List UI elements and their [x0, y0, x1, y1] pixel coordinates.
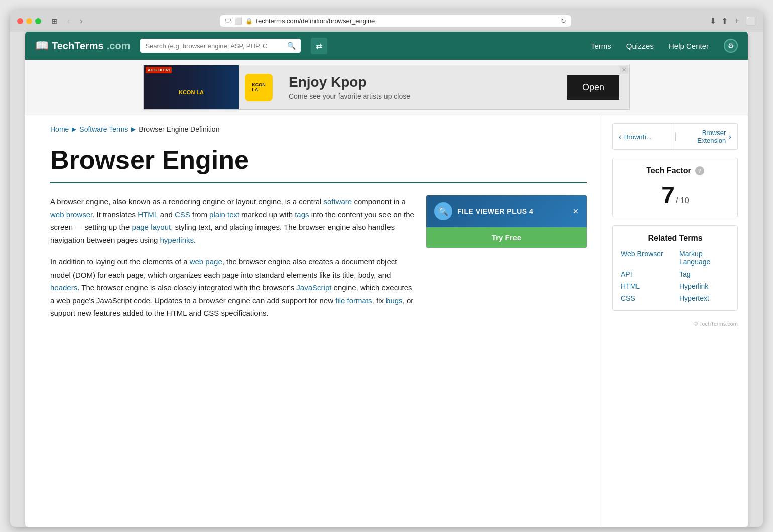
address-input[interactable]	[256, 17, 558, 25]
new-tab-button[interactable]: ＋	[733, 16, 741, 26]
search-icon: 🔍	[287, 42, 296, 50]
ad-banner[interactable]: ✕ AUG 18 FRI KCON LA KCONLA Enjoy Kpop C…	[143, 65, 630, 110]
address-bar[interactable]: 🛡 ⬜ 🔒 ↻	[220, 15, 571, 27]
traffic-lights	[17, 18, 41, 24]
ad-open-button[interactable]: Open	[567, 75, 619, 100]
search-bar: 🔍	[140, 39, 301, 53]
ad-image-left: AUG 18 FRI KCON LA	[144, 65, 239, 110]
article-paragraph-2: In addition to laying out the elements o…	[50, 255, 414, 320]
related-terms-box: Related Terms Web Browser Markup Languag…	[612, 225, 738, 311]
windows-button[interactable]: ⬜	[746, 16, 756, 26]
link-css[interactable]: CSS	[175, 210, 190, 219]
chevron-right-icon: ›	[729, 132, 731, 141]
related-term-hyperlink[interactable]: Hyperlink	[679, 282, 729, 290]
ad-subtitle: Come see your favorite artists up close	[289, 92, 557, 100]
link-page-layout[interactable]: page layout	[132, 223, 171, 231]
ad-kpop-scene: AUG 18 FRI KCON LA	[144, 65, 239, 110]
related-term-api[interactable]: API	[621, 270, 671, 278]
nav-separator: |	[671, 124, 679, 149]
share-button[interactable]: ⬆	[721, 16, 728, 26]
breadcrumb-sep-2: ▶	[131, 126, 136, 133]
related-term-css[interactable]: CSS	[621, 294, 671, 302]
nav-terms[interactable]: Terms	[591, 42, 611, 50]
tech-factor-help-button[interactable]: ?	[695, 166, 704, 175]
sidebar-toggle-button[interactable]: ⊞	[49, 16, 60, 27]
browser-titlebar: ⊞ ‹ › 🛡 ⬜ 🔒 ↻ ⬇ ⬆ ＋ ⬜	[10, 10, 763, 32]
ad-date-badge: AUG 18 FRI	[146, 67, 172, 73]
fv-try-free-button[interactable]: Try Free	[426, 227, 587, 248]
breadcrumb-current: Browser Engine Definition	[139, 125, 219, 134]
fv-close-button[interactable]: ✕	[573, 207, 579, 215]
article-divider	[50, 182, 587, 183]
fv-icon: 🔍	[434, 202, 452, 220]
related-term-tag[interactable]: Tag	[679, 270, 729, 278]
tech-factor-title: Tech Factor	[646, 166, 691, 175]
content-area: Home ▶ Software Terms ▶ Browser Engine D…	[25, 115, 602, 527]
link-web-browser[interactable]: web browser	[50, 210, 92, 219]
browser-actions: ⬇ ⬆ ＋ ⬜	[710, 16, 756, 26]
nav-help-center[interactable]: Help Center	[669, 42, 709, 50]
link-html[interactable]: HTML	[138, 210, 158, 219]
tech-factor-header: Tech Factor ?	[621, 166, 729, 175]
article-title: Browser Engine	[50, 146, 587, 174]
related-term-hypertext[interactable]: Hypertext	[679, 294, 729, 302]
link-javascript[interactable]: JavaScript	[296, 283, 331, 292]
minimize-button[interactable]	[26, 18, 32, 24]
main-content: Home ▶ Software Terms ▶ Browser Engine D…	[25, 115, 748, 527]
tab-icon: ⬜	[234, 17, 242, 25]
tech-factor-box: Tech Factor ? 7 / 10	[612, 158, 738, 217]
link-headers[interactable]: headers	[50, 283, 77, 292]
fv-title: FILE VIEWER PLUS 4	[457, 207, 533, 215]
fv-header: 🔍 FILE VIEWER PLUS 4 ✕	[426, 195, 587, 227]
website: 📖 TechTerms.com 🔍 ⇄ Terms Quizzes Help C…	[25, 32, 748, 527]
nav-prev-label: Brownfi...	[624, 133, 652, 141]
reload-button[interactable]: ↻	[561, 17, 566, 25]
back-button[interactable]: ‹	[64, 16, 73, 27]
link-software[interactable]: software	[324, 197, 352, 206]
close-button[interactable]	[17, 18, 23, 24]
maximize-button[interactable]	[35, 18, 41, 24]
shuffle-button[interactable]: ⇄	[311, 38, 327, 54]
header-nav: Terms Quizzes Help Center ⚙	[591, 39, 738, 53]
download-button[interactable]: ⬇	[710, 16, 716, 26]
related-terms-grid: Web Browser Markup Language API Tag HTML…	[621, 250, 729, 302]
chevron-left-icon: ‹	[619, 132, 621, 141]
nav-prev-link[interactable]: ‹ Brownfi...	[613, 124, 671, 149]
ad-title: Enjoy Kpop	[289, 74, 557, 90]
tech-factor-denom: / 10	[676, 196, 689, 205]
link-plain-text[interactable]: plain text	[209, 210, 239, 219]
link-tags[interactable]: tags	[295, 210, 309, 219]
ad-content: Enjoy Kpop Come see your favorite artist…	[279, 74, 567, 100]
settings-button[interactable]: ⚙	[724, 39, 738, 53]
file-viewer-ad[interactable]: 🔍 FILE VIEWER PLUS 4 ✕ Try Free	[426, 195, 587, 248]
sidebar-copyright: © TechTerms.com	[612, 321, 738, 327]
link-file-formats[interactable]: file formats	[335, 296, 372, 305]
lock-icon: 🔒	[245, 18, 253, 25]
site-header: 📖 TechTerms.com 🔍 ⇄ Terms Quizzes Help C…	[25, 32, 748, 60]
ad-close-button[interactable]: ✕	[620, 66, 628, 74]
article-body: A browser engine, also known as a render…	[50, 195, 587, 329]
related-term-web-browser[interactable]: Web Browser	[621, 250, 671, 266]
related-term-markup-language[interactable]: Markup Language	[679, 250, 729, 266]
logo-techterms: TechTerms	[52, 40, 104, 52]
nav-next-label: Browser Extension	[686, 129, 726, 144]
ad-container: ✕ AUG 18 FRI KCON LA KCONLA Enjoy Kpop C…	[25, 60, 748, 115]
article-paragraph-1: A browser engine, also known as a render…	[50, 195, 414, 246]
related-term-html[interactable]: HTML	[621, 282, 671, 290]
tech-factor-score: 7 / 10	[621, 181, 729, 209]
nav-next-link[interactable]: Browser Extension ›	[680, 124, 737, 149]
ad-kpop-logo: KCONLA	[245, 74, 273, 101]
logo[interactable]: 📖 TechTerms.com	[35, 39, 130, 52]
breadcrumb: Home ▶ Software Terms ▶ Browser Engine D…	[50, 125, 587, 134]
related-terms-title: Related Terms	[621, 234, 729, 243]
link-bugs[interactable]: bugs	[386, 296, 403, 305]
article-text: A browser engine, also known as a render…	[50, 195, 414, 329]
link-hyperlinks[interactable]: hyperlinks	[160, 236, 194, 244]
breadcrumb-category[interactable]: Software Terms	[79, 125, 128, 134]
link-web-page[interactable]: web page	[190, 257, 222, 266]
breadcrumb-home[interactable]: Home	[50, 125, 69, 134]
forward-button[interactable]: ›	[77, 16, 85, 27]
nav-quizzes[interactable]: Quizzes	[626, 42, 654, 50]
search-input[interactable]	[145, 42, 284, 50]
tech-factor-number: 7	[661, 181, 675, 209]
